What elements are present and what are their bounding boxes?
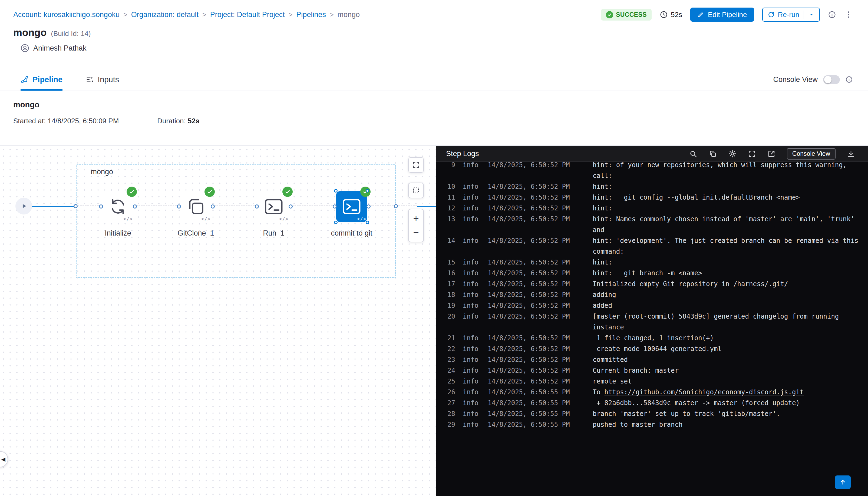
node-port-left[interactable] (255, 204, 259, 208)
log-timestamp: 14/8/2025, 6:50:52 PM (488, 235, 572, 246)
download-icon[interactable] (847, 150, 855, 158)
log-message: added (593, 300, 863, 311)
node-port-left[interactable] (99, 204, 103, 208)
log-timestamp: 14/8/2025, 6:50:52 PM (488, 343, 572, 354)
log-line-number: 22 (443, 343, 455, 354)
expand-icon[interactable] (748, 150, 756, 158)
stage-name: mongo (91, 168, 113, 176)
log-level: info (463, 376, 480, 387)
search-icon[interactable] (689, 150, 697, 158)
breadcrumb-separator: > (202, 11, 206, 19)
breadcrumb-link[interactable]: Organization: default (131, 11, 199, 19)
selection-handle[interactable] (334, 221, 338, 224)
log-timestamp: 14/8/2025, 6:50:52 PM (488, 332, 572, 343)
log-message: hint: Names commonly chosen instead of '… (593, 214, 863, 235)
top-nav: Account: kurosakiichigo.songoku>Organiza… (0, 0, 868, 22)
log-line-number: 14 (443, 235, 455, 246)
selection-handle[interactable] (366, 189, 369, 192)
breadcrumb-separator: > (330, 11, 334, 19)
log-row: 24info14/8/2025, 6:50:52 PMCurrent branc… (443, 365, 868, 376)
log-body[interactable]: 9info14/8/2025, 6:50:52 PMhint: of your … (436, 162, 868, 496)
log-message: committed (593, 354, 863, 365)
log-line-number: 17 (443, 279, 455, 289)
settings-gear-icon[interactable] (728, 150, 737, 158)
info-icon[interactable] (828, 11, 836, 19)
stage-port[interactable] (394, 204, 398, 208)
selection-mode-button[interactable] (408, 183, 424, 198)
log-level: info (463, 311, 480, 322)
log-message: create mode 100644 generated.yml (593, 343, 863, 354)
log-level: info (463, 235, 480, 246)
log-line-number: 29 (443, 419, 455, 430)
breadcrumb-link[interactable]: Pipelines (296, 11, 326, 19)
tab-pipeline[interactable]: Pipeline (20, 68, 62, 91)
console-view-button[interactable]: Console View (787, 148, 836, 159)
node-box[interactable]: </> (258, 191, 289, 222)
pipeline-icon (20, 75, 29, 83)
collapse-stage-icon[interactable]: − (81, 168, 86, 176)
code-icon: </> (357, 216, 366, 222)
pipeline-node[interactable]: </>commit to git (336, 191, 367, 222)
log-row: 26info14/8/2025, 6:50:55 PMTo https://gi… (443, 387, 868, 398)
log-message: To https://github.com/Sonichigo/economy-… (593, 387, 863, 398)
success-check-icon (360, 187, 371, 197)
breadcrumb-link[interactable]: Account: kurosakiichigo.songoku (13, 11, 120, 19)
node-port-right[interactable] (133, 204, 137, 208)
pipeline-canvas[interactable]: − mongo </>Initialize</>GitClone_1</>Run… (0, 146, 436, 496)
copy-icon[interactable] (709, 150, 717, 158)
info-icon[interactable] (845, 76, 853, 83)
node-port-right[interactable] (367, 204, 371, 208)
code-icon: </> (123, 216, 133, 222)
pipeline-node[interactable]: </>Run_1 (258, 191, 289, 222)
breadcrumb-link[interactable]: Project: Default Project (210, 11, 285, 19)
breadcrumb: Account: kurosakiichigo.songoku>Organiza… (13, 11, 360, 19)
tab-inputs[interactable]: Inputs (86, 68, 119, 91)
console-view-toggle[interactable] (823, 75, 840, 84)
log-toolbar: Console View (689, 148, 855, 159)
rerun-button[interactable]: Re-run (762, 7, 820, 22)
panel-collapse-handle[interactable]: ◀ (0, 451, 8, 467)
node-port-left[interactable] (177, 204, 181, 208)
log-level: info (463, 354, 480, 365)
zoom-out-button[interactable]: − (413, 228, 419, 237)
play-icon (20, 202, 28, 210)
log-timestamp: 14/8/2025, 6:50:52 PM (488, 311, 572, 322)
node-port-right[interactable] (211, 204, 215, 208)
pipeline-start-node[interactable] (15, 198, 32, 215)
duration-chip: 52s (660, 11, 682, 19)
inputs-icon (86, 75, 94, 83)
canvas-fullscreen-button[interactable] (408, 157, 424, 173)
node-box[interactable]: </> (103, 191, 133, 222)
log-link[interactable]: https://github.com/Sonichigo/economy-dis… (604, 388, 804, 396)
log-level: info (463, 268, 480, 279)
node-box[interactable]: </> (336, 191, 367, 222)
node-port-left[interactable] (333, 204, 337, 208)
selection-handle[interactable] (334, 189, 338, 192)
pipeline-node[interactable]: </>Initialize (103, 191, 133, 222)
log-line-number: 28 (443, 408, 455, 419)
toggle-knob (824, 76, 832, 83)
log-timestamp: 14/8/2025, 6:50:52 PM (488, 354, 572, 365)
selection-handle[interactable] (366, 221, 369, 224)
external-link-icon[interactable] (768, 150, 775, 158)
console-view-control: Console View (773, 68, 853, 91)
pipeline-execution-page: Account: kurosakiichigo.songoku>Organiza… (0, 0, 868, 496)
log-line-number: 26 (443, 387, 455, 398)
scroll-to-top-button[interactable] (835, 476, 851, 489)
clock-icon (660, 11, 668, 19)
zoom-in-button[interactable]: + (413, 214, 419, 223)
log-message: hint: of your new repositories, which wi… (593, 162, 863, 181)
pencil-icon (697, 11, 704, 18)
kebab-menu-icon[interactable] (844, 10, 853, 19)
node-port-right[interactable] (289, 204, 293, 208)
node-box[interactable]: </> (181, 191, 211, 222)
edit-pipeline-button[interactable]: Edit Pipeline (690, 7, 754, 22)
build-id: (Build Id: 14) (51, 30, 91, 38)
log-level: info (463, 181, 480, 192)
pipeline-node[interactable]: </>GitClone_1 (181, 191, 211, 222)
log-header: Step Logs (436, 146, 868, 162)
stage-port[interactable] (74, 204, 78, 208)
refresh-icon (768, 11, 775, 18)
log-message: hint: (593, 181, 863, 192)
log-level: info (463, 343, 480, 354)
